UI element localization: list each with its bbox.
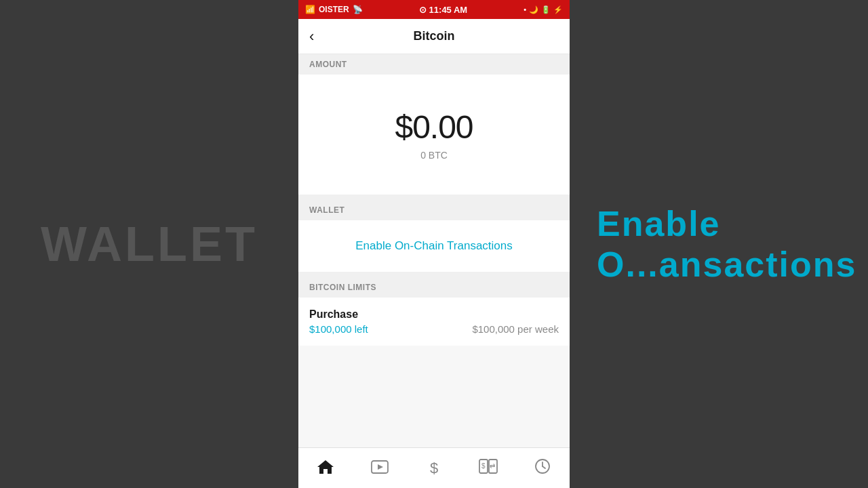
svg-marker-0 bbox=[317, 460, 334, 474]
page-header: ‹ Bitcoin bbox=[298, 19, 570, 54]
nav-clock[interactable] bbox=[515, 448, 570, 488]
status-right: • 🌙 🔋 ⚡ bbox=[524, 5, 563, 14]
amount-section: $0.00 0 BTC bbox=[298, 75, 570, 195]
video-icon bbox=[371, 459, 389, 478]
purchase-left: $100,000 left bbox=[309, 323, 368, 335]
battery-icon: 🔋 bbox=[541, 5, 551, 14]
status-bar: 📶 OISTER 📡 ⊙ 11:45 AM • 🌙 🔋 ⚡ bbox=[298, 0, 570, 19]
carrier-label: OISTER bbox=[319, 5, 349, 14]
status-left: 📶 OISTER 📡 bbox=[305, 5, 363, 14]
back-button[interactable]: ‹ bbox=[309, 28, 314, 45]
svg-text:⇄: ⇄ bbox=[490, 462, 495, 470]
bg-left-text: WALLET bbox=[41, 216, 258, 272]
dollar-icon: $ bbox=[430, 460, 438, 477]
usd-amount: $0.00 bbox=[395, 108, 473, 146]
time-label: 11:45 AM bbox=[429, 5, 468, 15]
limits-section-header: BITCOIN LIMITS bbox=[298, 277, 570, 298]
charging-icon: ⚡ bbox=[553, 5, 563, 14]
svg-line-9 bbox=[542, 466, 545, 468]
wallet-section-header: WALLET bbox=[298, 200, 570, 220]
moon-icon: 🌙 bbox=[529, 5, 538, 14]
signal-icon: 📶 bbox=[305, 5, 315, 14]
divider-1 bbox=[298, 195, 570, 200]
svg-marker-2 bbox=[378, 464, 383, 470]
status-center: ⊙ 11:45 AM bbox=[419, 5, 468, 15]
dot-icon: • bbox=[524, 5, 526, 14]
purchase-right: $100,000 per week bbox=[472, 323, 559, 335]
divider-2 bbox=[298, 272, 570, 277]
nav-transfer[interactable]: $ ⇄ bbox=[461, 448, 515, 488]
enable-onchain-link[interactable]: Enable On-Chain Transactions bbox=[355, 239, 513, 253]
target-icon: ⊙ bbox=[419, 5, 427, 15]
transfer-icon: $ ⇄ bbox=[479, 459, 498, 478]
purchase-limit-row: $100,000 left $100,000 per week bbox=[309, 323, 559, 335]
nav-video[interactable] bbox=[353, 448, 407, 488]
bottom-nav: $ $ ⇄ bbox=[298, 447, 570, 488]
background-left: WALLET bbox=[0, 0, 298, 488]
bg-right-text: Enable O...ansactions bbox=[597, 203, 868, 285]
nav-home[interactable] bbox=[298, 448, 353, 488]
home-icon bbox=[317, 459, 334, 478]
limits-section: Purchase $100,000 left $100,000 per week bbox=[298, 298, 570, 346]
page-title: Bitcoin bbox=[414, 29, 455, 43]
nav-dollar[interactable]: $ bbox=[407, 448, 461, 488]
wifi-icon: 📡 bbox=[353, 5, 363, 14]
background-right: Enable O...ansactions bbox=[570, 0, 868, 488]
wallet-section: Enable On-Chain Transactions bbox=[298, 220, 570, 272]
main-content: AMOUNT $0.00 0 BTC WALLET Enable On-Chai… bbox=[298, 54, 570, 447]
clock-icon bbox=[534, 458, 551, 479]
purchase-label: Purchase bbox=[309, 308, 559, 321]
btc-amount: 0 BTC bbox=[420, 150, 448, 161]
svg-text:$: $ bbox=[481, 462, 486, 470]
amount-section-header: AMOUNT bbox=[298, 54, 570, 75]
phone-frame: 📶 OISTER 📡 ⊙ 11:45 AM • 🌙 🔋 ⚡ ‹ Bitcoin … bbox=[298, 0, 570, 488]
